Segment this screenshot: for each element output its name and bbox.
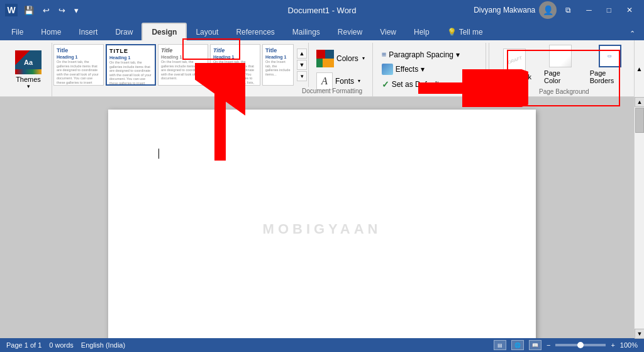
ribbon-content: Aa Themes ▾ Title Heading 1 On the Inser… bbox=[0, 40, 644, 97]
page-color-button[interactable]: Page Color bbox=[540, 42, 581, 87]
web-layout-button[interactable]: 🌐 bbox=[511, 340, 524, 350]
customize-qat-button[interactable]: ▾ bbox=[72, 4, 81, 16]
status-right: ▤ 🌐 📖 − + 100% bbox=[494, 340, 638, 350]
themes-label: Themes bbox=[16, 76, 41, 83]
fonts-dropdown-icon: ▾ bbox=[358, 78, 360, 84]
gallery-scroll-up-button[interactable]: ▲ bbox=[297, 48, 307, 59]
scroll-down-button[interactable]: ▼ bbox=[635, 329, 644, 339]
paragraph-spacing-label: Paragraph Spacing bbox=[389, 50, 453, 59]
colors-label: Colors bbox=[336, 54, 358, 63]
tab-review[interactable]: Review bbox=[329, 24, 371, 40]
zoom-slider-thumb[interactable] bbox=[577, 342, 584, 348]
text-cursor bbox=[158, 149, 159, 159]
scrollbar-thumb[interactable] bbox=[635, 108, 644, 133]
zoom-plus-button[interactable]: + bbox=[611, 341, 614, 349]
print-layout-button[interactable]: ▤ bbox=[494, 340, 506, 350]
effects-dropdown-icon: ▾ bbox=[421, 65, 425, 74]
gallery-scroll-down-button[interactable]: ▼ bbox=[297, 60, 307, 70]
paragraph-spacing-button[interactable]: ≡ Paragraph Spacing ▾ bbox=[379, 48, 479, 60]
theme-thumb-2[interactable]: TITLE Heading 1 On the Insert tab, the g… bbox=[106, 44, 156, 86]
paragraph-spacing-group: ≡ Paragraph Spacing ▾ Effects ▾ ✓ Set as… bbox=[373, 43, 486, 96]
tab-help[interactable]: Help bbox=[405, 24, 438, 40]
tab-tell-me[interactable]: 💡 Tell me bbox=[438, 24, 492, 40]
undo-qat-button[interactable]: ↩ bbox=[40, 4, 52, 16]
avatar: 👤 bbox=[539, 1, 557, 19]
paragraph-spacing-dropdown-icon: ▾ bbox=[456, 50, 460, 59]
themes-dropdown-icon: ▾ bbox=[27, 83, 30, 89]
page-color-label: Page Color bbox=[544, 69, 577, 84]
page-borders-button[interactable]: ▭ Page Borders bbox=[586, 42, 634, 87]
page-background-group-label: Page Background bbox=[494, 88, 634, 97]
page-color-icon bbox=[549, 45, 572, 67]
ribbon-collapse-button[interactable]: ⌃ bbox=[623, 27, 641, 40]
watermark-button[interactable]: DRAFT Watermark bbox=[494, 46, 535, 83]
document-formatting-gallery: Title Heading 1 On the Insert tab, the g… bbox=[52, 43, 309, 87]
tab-file[interactable]: File bbox=[3, 24, 32, 40]
title-bar: W 💾 ↩ ↪ ▾ Document1 - Word Divyang Makwa… bbox=[0, 0, 644, 20]
user-name: Divyang Makwana bbox=[474, 6, 535, 14]
scroll-up-button[interactable]: ▲ bbox=[635, 97, 644, 107]
ribbon-tabs: File Home Insert Draw Design Layout Refe… bbox=[0, 20, 644, 40]
page-borders-icon: ▭ bbox=[599, 45, 621, 67]
vertical-scrollbar: ▲ ▼ bbox=[634, 97, 644, 338]
themes-icon: Aa bbox=[15, 50, 42, 74]
zoom-slider[interactable] bbox=[555, 344, 606, 346]
zoom-level: 100% bbox=[620, 341, 638, 349]
paragraph-spacing-icon: ≡ bbox=[382, 50, 387, 59]
zoom-minus-button[interactable]: − bbox=[547, 341, 550, 349]
tab-layout[interactable]: Layout bbox=[187, 24, 227, 40]
page-background-buttons: DRAFT Watermark Page Color ▭ Page Border… bbox=[494, 42, 634, 87]
tab-insert[interactable]: Insert bbox=[70, 24, 106, 40]
tab-home[interactable]: Home bbox=[32, 24, 70, 40]
document-area[interactable]: MOBIGYAAN bbox=[0, 97, 644, 338]
set-as-default-button[interactable]: ✓ Set as Default bbox=[379, 78, 479, 91]
scrollbar-track bbox=[635, 108, 644, 329]
status-left: Page 1 of 1 0 words English (India) bbox=[6, 341, 125, 349]
checkmark-icon: ✓ bbox=[382, 79, 389, 89]
gallery-scroll: ▲ ▼ ▾ bbox=[297, 48, 307, 81]
restore-window-button[interactable]: ⧉ bbox=[559, 3, 577, 17]
tab-mailings[interactable]: Mailings bbox=[284, 24, 329, 40]
colors-button[interactable]: Colors ▾ bbox=[313, 48, 369, 69]
theme-thumb-4[interactable]: Title Heading 1 On the Insert tab, the g… bbox=[210, 44, 260, 86]
fonts-label: Fonts bbox=[335, 77, 354, 86]
color-blue-square bbox=[325, 50, 334, 59]
tab-references[interactable]: References bbox=[227, 24, 283, 40]
colors-dropdown-icon: ▾ bbox=[362, 55, 365, 61]
redo-qat-button[interactable]: ↪ bbox=[56, 4, 68, 16]
tab-design[interactable]: Design bbox=[142, 23, 187, 40]
window-title: Document1 - Word bbox=[288, 6, 357, 15]
set-as-default-label: Set as Default bbox=[392, 80, 439, 89]
theme-thumb-1[interactable]: Title Heading 1 On the Insert tab, the g… bbox=[53, 44, 104, 86]
ribbon-scroll-area: ▲ bbox=[634, 40, 644, 97]
close-window-button[interactable]: ✕ bbox=[620, 3, 639, 17]
maximize-window-button[interactable]: □ bbox=[601, 3, 618, 17]
page-info: Page 1 of 1 bbox=[6, 341, 42, 349]
effects-button[interactable]: Effects ▾ bbox=[379, 62, 479, 76]
watermark-overlay: MOBIGYAAN bbox=[263, 221, 382, 237]
color-yellow-square bbox=[323, 59, 334, 67]
watermark-label: Watermark bbox=[498, 73, 531, 81]
ribbon-scroll-up-button[interactable]: ▲ bbox=[636, 65, 643, 72]
page-borders-label: Page Borders bbox=[590, 69, 630, 84]
user-area: Divyang Makwana 👤 bbox=[474, 1, 557, 19]
page-background-group: DRAFT Watermark Page Color ▭ Page Border… bbox=[489, 43, 639, 96]
themes-button[interactable]: Aa Themes ▾ bbox=[10, 48, 47, 92]
title-bar-right: Divyang Makwana 👤 ⧉ ─ □ ✕ bbox=[474, 1, 639, 19]
watermark-icon: DRAFT bbox=[503, 48, 526, 71]
gallery-expand-button[interactable]: ▾ bbox=[297, 71, 307, 81]
read-mode-button[interactable]: 📖 bbox=[529, 340, 541, 350]
tab-view[interactable]: View bbox=[371, 24, 405, 40]
word-app-icon: W bbox=[5, 4, 18, 16]
app-window: W 💾 ↩ ↪ ▾ Document1 - Word Divyang Makwa… bbox=[0, 0, 644, 352]
title-bar-left: W 💾 ↩ ↪ ▾ bbox=[5, 4, 81, 16]
tab-draw[interactable]: Draw bbox=[106, 24, 142, 40]
save-qat-button[interactable]: 💾 bbox=[21, 4, 36, 16]
document-formatting-label: Document Formatting bbox=[302, 88, 362, 94]
colors-icon bbox=[316, 50, 334, 67]
document-page[interactable]: MOBIGYAAN bbox=[108, 110, 536, 338]
theme-thumb-5[interactable]: Title Heading 1 On the Insert tab, the g… bbox=[262, 44, 294, 86]
effects-icon bbox=[382, 64, 393, 75]
minimize-window-button[interactable]: ─ bbox=[580, 3, 598, 17]
theme-thumb-3[interactable]: Title Heading 1 On the Insert tab, the g… bbox=[158, 44, 208, 86]
